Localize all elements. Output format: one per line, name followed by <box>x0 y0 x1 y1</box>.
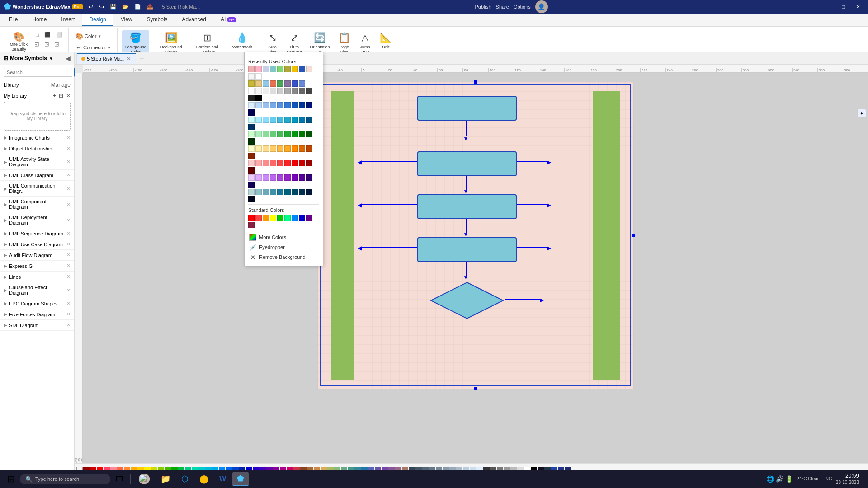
selection-handle-right[interactable] <box>632 234 635 237</box>
standard-color[interactable] <box>284 215 291 221</box>
color-swatch[interactable] <box>292 160 298 166</box>
color-swatch[interactable] <box>255 88 262 94</box>
color-swatch[interactable] <box>292 189 298 195</box>
color-swatch[interactable] <box>248 73 255 80</box>
taskbar-app-word[interactable]: W <box>215 473 231 485</box>
color-swatch[interactable] <box>255 131 262 137</box>
selection-handle-top[interactable] <box>474 80 477 84</box>
taskbar-app-explorer[interactable]: 📁 <box>156 472 175 486</box>
sidebar-item-lines[interactable]: ▶ Lines ✕ <box>0 272 74 282</box>
color-swatch[interactable] <box>277 117 283 123</box>
color-swatch[interactable] <box>255 145 262 152</box>
color-swatch[interactable] <box>248 160 255 166</box>
share-btn[interactable]: Share <box>496 4 509 9</box>
color-swatch[interactable] <box>248 124 255 130</box>
close-symbol-icon[interactable]: ✕ <box>66 252 71 258</box>
close-symbol-icon[interactable]: ✕ <box>66 186 71 192</box>
color-swatch[interactable] <box>255 189 262 195</box>
close-symbol-icon[interactable]: ✕ <box>66 217 71 223</box>
color-swatch[interactable] <box>292 145 298 152</box>
color-swatch[interactable] <box>270 102 276 108</box>
sidebar-item-infographic-charts[interactable]: ▶ Infographic Charts ✕ <box>0 132 74 143</box>
sidebar-item-express-g[interactable]: ▶ Express-G ✕ <box>0 261 74 272</box>
color-swatch[interactable] <box>299 160 305 166</box>
tab-advanced[interactable]: Advanced <box>175 14 213 26</box>
color-swatch[interactable] <box>248 174 255 181</box>
color-swatch[interactable] <box>255 102 262 108</box>
minimize-button[interactable]: ─ <box>823 2 835 12</box>
color-swatch[interactable] <box>292 117 298 123</box>
color-swatch[interactable] <box>263 174 269 181</box>
color-swatch[interactable] <box>248 182 255 188</box>
color-swatch[interactable] <box>306 131 312 137</box>
beautify-tool-6[interactable]: ◲ <box>52 40 61 48</box>
color-swatch[interactable] <box>277 174 283 181</box>
color-swatch[interactable] <box>248 145 255 152</box>
show-desktop-button[interactable] <box>863 474 864 484</box>
standard-color-green[interactable] <box>277 215 283 221</box>
color-swatch[interactable] <box>292 131 298 137</box>
expand-library-icon[interactable]: ⊞ <box>59 93 63 99</box>
volume-icon[interactable]: 🔊 <box>776 475 783 483</box>
color-swatch[interactable] <box>284 174 291 181</box>
color-swatch[interactable] <box>292 102 298 108</box>
tab-insert[interactable]: Insert <box>54 14 82 26</box>
options-btn[interactable]: Options <box>514 4 531 9</box>
tab-view[interactable]: View <box>113 14 140 26</box>
flow-rect-3[interactable] <box>417 194 517 219</box>
color-swatch[interactable] <box>284 80 291 87</box>
standard-color[interactable] <box>255 215 262 221</box>
doc-tab-active[interactable]: 5 Step Risk Ma... ✕ <box>76 53 136 64</box>
connector-button[interactable]: ↔ Connector ▼ <box>73 42 113 52</box>
tab-design[interactable]: Design <box>82 14 113 26</box>
undo-button[interactable]: ↩ <box>86 2 95 11</box>
color-swatch[interactable] <box>270 189 276 195</box>
color-swatch[interactable] <box>292 80 298 87</box>
close-symbol-icon[interactable]: ✕ <box>66 145 71 151</box>
standard-color-red[interactable] <box>248 215 255 221</box>
color-swatch[interactable] <box>284 88 291 94</box>
close-symbol-icon[interactable]: ✕ <box>66 159 71 165</box>
sidebar-item-sdl[interactable]: ▶ SDL Diagram ✕ <box>0 320 74 331</box>
standard-color-blue[interactable] <box>292 215 298 221</box>
flow-rect-1[interactable] <box>417 96 517 121</box>
time-display[interactable]: 20:59 28-10-2023 <box>836 472 859 486</box>
color-swatch[interactable] <box>284 189 291 195</box>
color-swatch[interactable] <box>277 102 283 108</box>
search-input[interactable] <box>4 68 72 77</box>
beautify-tool-5[interactable]: ◳ <box>42 40 51 48</box>
taskbar-app-edrawmax[interactable]: ⬟ <box>232 472 249 486</box>
battery-icon[interactable]: 🔋 <box>785 475 793 483</box>
manage-button[interactable]: Manage <box>51 82 71 88</box>
tab-ai[interactable]: AI AI+ <box>213 14 244 26</box>
export-button[interactable]: 📤 <box>145 3 155 11</box>
color-swatch[interactable] <box>306 189 312 195</box>
color-swatch[interactable] <box>284 117 291 123</box>
standard-color-purple[interactable] <box>306 215 312 221</box>
color-swatch[interactable] <box>277 66 283 72</box>
color-swatch[interactable] <box>299 145 305 152</box>
color-swatch[interactable] <box>263 66 269 72</box>
color-swatch[interactable] <box>255 73 262 80</box>
color-swatch[interactable] <box>284 102 291 108</box>
color-swatch[interactable] <box>277 160 283 166</box>
flow-diamond[interactable] <box>429 280 505 321</box>
tab-symbols[interactable]: Symbols <box>140 14 175 26</box>
beautify-tool-2[interactable]: ⬛ <box>42 30 53 39</box>
tab-file[interactable]: File <box>2 14 25 26</box>
color-swatch[interactable] <box>299 66 305 72</box>
color-swatch[interactable] <box>270 80 276 87</box>
add-library-icon[interactable]: + <box>53 93 56 99</box>
close-symbol-icon[interactable]: ✕ <box>66 322 71 328</box>
color-swatch[interactable] <box>248 153 255 159</box>
color-swatch[interactable] <box>263 88 269 94</box>
color-swatch[interactable] <box>284 131 291 137</box>
sidebar-item-five-forces[interactable]: ▶ Five Forces Diagram ✕ <box>0 309 74 320</box>
open-button[interactable]: 📂 <box>120 3 131 11</box>
color-swatch[interactable] <box>284 145 291 152</box>
color-swatch[interactable] <box>263 102 269 108</box>
sidebar-item-uml-activity[interactable]: ▶ UML Activity State Diagram ✕ <box>0 154 74 170</box>
taskbar-app-user[interactable] <box>134 472 154 486</box>
drawing-page[interactable]: ▼ ◀ ▶ ▼ ◀ ▶ ▼ ◀ <box>317 82 634 389</box>
library-header[interactable]: Library Manage <box>0 80 74 90</box>
